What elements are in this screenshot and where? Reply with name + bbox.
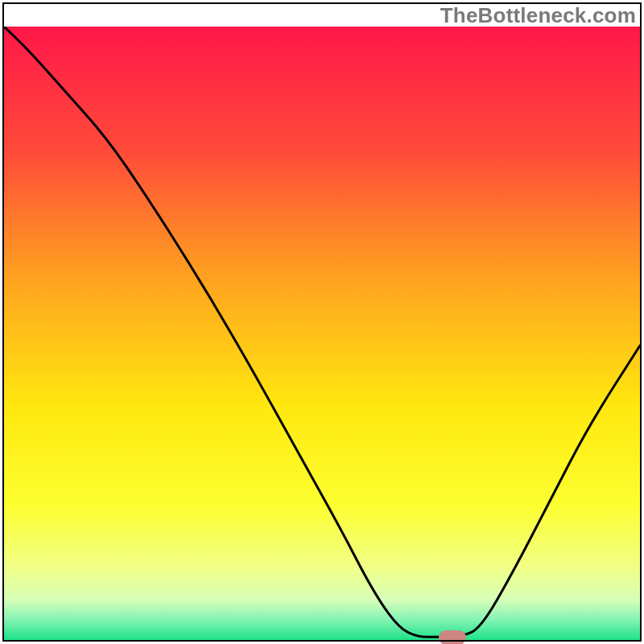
chart-container: TheBottleneck.com (0, 0, 644, 644)
chart-frame (2, 2, 642, 642)
